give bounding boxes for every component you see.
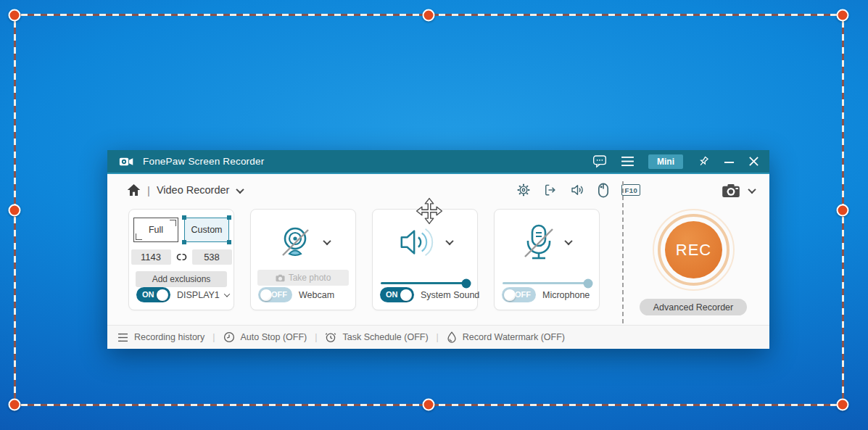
auto-stop-button[interactable]: Auto Stop (OFF) [223, 331, 307, 343]
selection-handle-top-center[interactable] [423, 9, 435, 22]
watermark-drop-icon [447, 331, 457, 343]
menu-icon[interactable] [621, 156, 635, 167]
video-camera-app-icon [119, 156, 134, 168]
system-sound-panel: ON System Sound [372, 209, 478, 310]
microphone-dropdown-chevron-icon[interactable] [564, 237, 572, 245]
selection-handle-top-left[interactable] [9, 9, 21, 22]
output-export-icon[interactable] [543, 183, 558, 197]
monitor-label: DISPLAY1 [177, 290, 220, 300]
panel-separator [622, 181, 624, 323]
system-sound-label: System Sound [421, 290, 479, 300]
add-exclusions-button[interactable]: Add exclusions [136, 271, 227, 287]
toolbar: | Video Recorder [107, 174, 769, 206]
status-divider: | [315, 332, 317, 342]
mini-mode-button[interactable]: Mini [648, 154, 683, 169]
clock-icon [223, 331, 235, 343]
hotkey-f10-button[interactable]: F10 [621, 184, 640, 196]
selection-handle-top-right[interactable] [837, 9, 849, 22]
status-divider: | [437, 332, 439, 342]
height-input[interactable]: 538 [192, 249, 232, 265]
settings-gear-icon[interactable] [516, 183, 531, 197]
monitor-select[interactable]: DISPLAY1 [177, 290, 229, 300]
webcam-dropdown-chevron-icon[interactable] [323, 237, 331, 245]
selection-handle-mid-left[interactable] [9, 204, 21, 217]
minimize-button[interactable] [724, 157, 735, 167]
toggle-knob [504, 289, 516, 301]
snapshot-camera-button[interactable] [722, 183, 755, 198]
selection-handle-bottom-left[interactable] [9, 399, 21, 411]
app-window: FonePaw Screen Recorder Min [107, 150, 769, 349]
sound-speaker-icon[interactable] [570, 183, 585, 197]
monitor-chevron-icon [224, 291, 230, 297]
webcam-panel: Take photo OFF Webcam [250, 209, 356, 310]
selection-handle-mid-right[interactable] [837, 204, 849, 217]
status-bar: Recording history | Auto Stop (OFF) | Ta… [107, 325, 769, 349]
nav-divider: | [147, 184, 150, 197]
recorder-mode-label: Video Recorder [157, 184, 230, 196]
record-watermark-button[interactable]: Record Watermark (OFF) [447, 331, 565, 343]
camera-small-icon [276, 274, 285, 282]
home-icon[interactable] [127, 183, 141, 197]
pin-icon[interactable] [697, 155, 710, 168]
display-toggle[interactable]: ON [136, 287, 170, 302]
full-screen-button[interactable]: Full [133, 218, 178, 242]
webcam-disabled-icon[interactable] [276, 223, 314, 261]
system-sound-speaker-icon[interactable] [397, 225, 437, 260]
snapshot-dropdown-chevron-icon[interactable] [748, 186, 756, 194]
mouse-icon[interactable] [598, 183, 609, 198]
advanced-recorder-button[interactable]: Advanced Recorder [640, 299, 747, 315]
custom-area-button[interactable]: Custom [184, 218, 229, 242]
microphone-volume-slider[interactable] [503, 282, 591, 284]
toggle-knob [400, 289, 412, 301]
system-sound-volume-slider[interactable] [381, 282, 469, 284]
camera-icon [722, 183, 740, 198]
webcam-label: Webcam [299, 290, 334, 300]
microphone-toggle[interactable]: OFF [502, 287, 536, 302]
microphone-label: Microphone [542, 290, 590, 300]
alarm-clock-icon [325, 331, 336, 343]
toggle-knob [260, 289, 272, 301]
width-input[interactable]: 1143 [131, 249, 171, 265]
status-divider: | [212, 332, 215, 342]
selection-handle-bottom-right[interactable] [837, 399, 849, 411]
microphone-panel: OFF Microphone [494, 209, 600, 310]
recording-area-panel: Full Custom 1143 538 Add exclusions ON [128, 209, 234, 310]
list-icon [117, 333, 128, 342]
task-schedule-button[interactable]: Task Schedule (OFF) [325, 331, 428, 343]
recorder-mode-dropdown[interactable] [236, 183, 244, 197]
desktop-background: FonePaw Screen Recorder Min [0, 0, 868, 430]
system-sound-dropdown-chevron-icon[interactable] [445, 237, 453, 245]
webcam-toggle[interactable]: OFF [258, 287, 292, 302]
selection-handle-bottom-center[interactable] [423, 399, 435, 411]
unlink-aspect-icon[interactable] [176, 252, 187, 262]
toggle-knob [157, 289, 168, 301]
rec-button[interactable]: REC [653, 209, 735, 291]
recording-history-button[interactable]: Recording history [117, 332, 204, 342]
take-photo-button[interactable]: Take photo [257, 270, 349, 286]
rec-label: REC [676, 241, 711, 260]
system-sound-toggle[interactable]: ON [380, 287, 414, 302]
microphone-disabled-icon[interactable] [522, 223, 555, 261]
app-title: FonePaw Screen Recorder [143, 156, 264, 167]
title-bar[interactable]: FonePaw Screen Recorder Min [107, 150, 769, 174]
close-button[interactable] [748, 156, 759, 167]
feedback-icon[interactable] [592, 154, 607, 168]
